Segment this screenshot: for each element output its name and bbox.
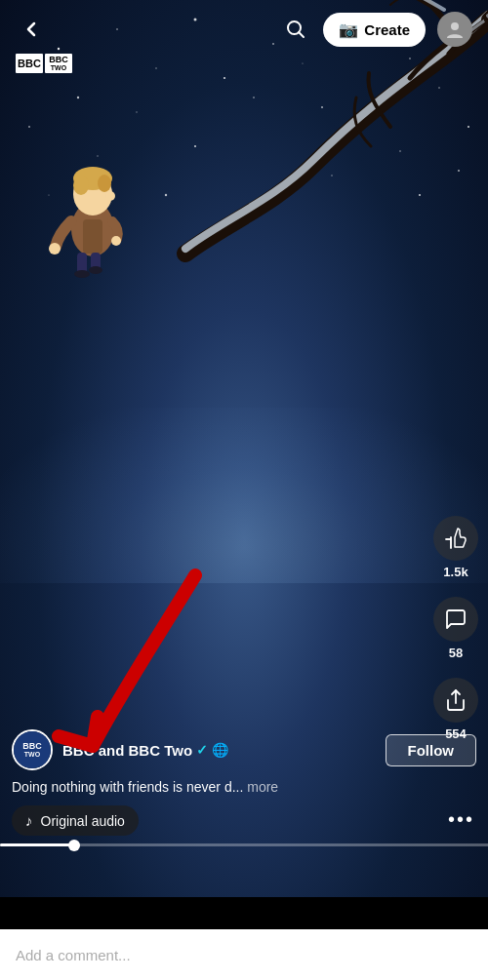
svg-point-31	[98, 175, 111, 192]
svg-point-37	[49, 243, 61, 255]
right-actions: 1.5k 58 554	[433, 516, 478, 741]
profile-avatar[interactable]	[437, 12, 472, 47]
tree-illustration	[156, 0, 488, 410]
svg-point-30	[73, 176, 89, 195]
bbc-two-box: BBC TWO	[45, 54, 72, 73]
audio-row: ♪ Original audio	[12, 805, 476, 836]
creator-avatar[interactable]: BBC TWO	[12, 729, 53, 770]
progress-fill	[0, 843, 73, 846]
more-link[interactable]: more	[247, 779, 278, 795]
top-bar: 📷 Create	[0, 0, 488, 59]
globe-icon: 🌐	[212, 742, 228, 758]
svg-point-38	[111, 236, 121, 246]
create-button[interactable]: 📷 Create	[323, 13, 426, 47]
audio-pill[interactable]: ♪ Original audio	[12, 805, 139, 836]
svg-point-32	[105, 191, 115, 201]
creator-name: BBC and BBC Two ✓ 🌐	[62, 742, 376, 759]
audio-label: Original audio	[41, 813, 125, 829]
top-right-controls: 📷 Create	[280, 12, 472, 47]
create-label: Create	[364, 21, 410, 38]
three-dots-icon: •••	[448, 808, 474, 830]
svg-point-35	[74, 270, 90, 278]
back-button[interactable]	[16, 14, 47, 45]
comment-input-placeholder[interactable]: Add a comment...	[16, 947, 472, 963]
like-action[interactable]: 1.5k	[433, 516, 478, 579]
creator-row: BBC TWO BBC and BBC Two ✓ 🌐 Follow	[12, 729, 476, 770]
video-container: 📷 Create BBC BBC TWO	[0, 0, 488, 897]
follow-button[interactable]: Follow	[386, 734, 477, 766]
svg-point-40	[451, 22, 459, 30]
description-text: Doing nothing with friends is never d...	[12, 779, 243, 795]
comment-icon-circle[interactable]	[433, 597, 478, 642]
like-count: 1.5k	[443, 565, 468, 579]
mist-overlay	[0, 408, 488, 583]
bottom-info: BBC TWO BBC and BBC Two ✓ 🌐 Follow Doing…	[0, 729, 488, 843]
music-note-icon: ♪	[25, 812, 33, 829]
camera-icon: 📷	[339, 20, 358, 39]
video-description: Doing nothing with friends is never d...…	[12, 778, 476, 798]
svg-point-14	[28, 126, 30, 128]
comment-count: 58	[449, 646, 463, 660]
bbc-text: BBC	[16, 54, 43, 73]
verified-icon: ✓	[196, 742, 208, 758]
svg-point-36	[89, 266, 102, 274]
svg-point-11	[77, 97, 79, 98]
progress-thumb[interactable]	[68, 840, 80, 851]
svg-point-12	[136, 111, 137, 112]
creator-name-text: BBC and BBC Two	[62, 742, 192, 759]
comment-bar: Add a comment...	[0, 929, 488, 980]
share-icon-circle[interactable]	[433, 678, 478, 723]
comment-action[interactable]: 58	[433, 597, 478, 660]
more-options-button[interactable]: •••	[448, 808, 474, 831]
like-icon-circle[interactable]	[433, 516, 478, 561]
bbc-logo: BBC BBC TWO	[16, 54, 72, 73]
search-button[interactable]	[280, 14, 311, 45]
video-progress-bar[interactable]	[0, 843, 488, 846]
svg-rect-26	[83, 219, 102, 254]
boy-character	[34, 151, 151, 278]
